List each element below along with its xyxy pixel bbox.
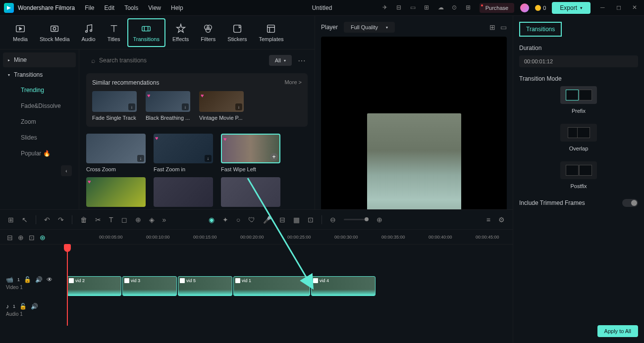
clip-vid3[interactable]: vid 3 [122, 276, 177, 296]
tl-magnet-icon[interactable]: ⊛ [40, 234, 46, 242]
link-icon[interactable]: ⊕ [135, 216, 141, 224]
thumb-cross-zoom[interactable]: ↓Cross Zoom [86, 134, 146, 172]
inspector-tab-transitions[interactable]: Transitions [519, 22, 562, 37]
enhance-icon[interactable]: ✦ [222, 216, 228, 224]
thumb-fast-wipe-left[interactable]: ♥+Fast Wipe Left [221, 134, 280, 172]
playhead[interactable] [67, 245, 68, 326]
screen-icon[interactable]: ▭ [410, 4, 418, 12]
list-icon[interactable]: ≡ [486, 216, 490, 224]
tab-titles[interactable]: Titles [103, 19, 125, 46]
mode-prefix[interactable]: Prefix [519, 86, 638, 114]
grid-view-icon[interactable]: ⊞ [489, 23, 495, 31]
more-menu[interactable]: ⋯ [296, 56, 308, 65]
duration-value[interactable]: 00:00:01:12 [519, 55, 638, 67]
speaker-icon[interactable]: 🔊 [35, 276, 43, 283]
maximize-button[interactable]: ◻ [616, 4, 624, 12]
zoom-out-icon[interactable]: ⊖ [330, 216, 336, 224]
tab-stock-media[interactable]: Stock Media [35, 19, 75, 46]
tl-icon1[interactable]: ⊟ [7, 234, 13, 242]
purchase-button[interactable]: Purchase [480, 3, 514, 13]
thumb-vintage[interactable]: ♥↓Vintage Movie P... [199, 91, 244, 121]
tab-audio[interactable]: Audio [77, 19, 101, 46]
speaker-icon[interactable]: 🔊 [31, 303, 38, 310]
tab-transitions[interactable]: Transitions [127, 18, 165, 47]
clip-vid1[interactable]: vid 1 [233, 276, 310, 296]
clip-vid5[interactable]: vid 5 [178, 276, 232, 296]
quality-dropdown[interactable]: Full Quality▾ [344, 22, 395, 33]
tl-cursor-icon[interactable]: ↖ [22, 216, 28, 224]
tab-stickers[interactable]: Stickers [222, 19, 252, 46]
adjust-icon[interactable]: ⊟ [279, 216, 285, 224]
sidebar-item-trending[interactable]: Trending [3, 82, 76, 98]
mic-icon[interactable]: 🎤 [263, 216, 271, 224]
device-icon[interactable]: ⊟ [396, 4, 404, 12]
text-icon[interactable]: T [109, 216, 113, 224]
tab-effects[interactable]: Effects [167, 19, 194, 46]
menu-help[interactable]: Help [171, 4, 183, 11]
shield-icon[interactable]: 🛡 [248, 216, 255, 224]
mode-overlap[interactable]: Overlap [519, 124, 638, 151]
ai-icon[interactable]: ◉ [209, 216, 215, 224]
record-icon[interactable]: ○ [236, 216, 240, 224]
apply-all-button[interactable]: Apply to All [597, 325, 638, 337]
redo-icon[interactable]: ↷ [58, 216, 64, 224]
group-icon[interactable]: ◈ [149, 216, 155, 224]
clip-vid4[interactable]: vid 4 [311, 276, 376, 296]
send-icon[interactable]: ✈ [382, 4, 390, 12]
save-icon[interactable]: ⊞ [424, 4, 432, 12]
menu-edit[interactable]: Edit [105, 4, 115, 11]
lock-icon[interactable]: 🔓 [19, 303, 27, 310]
timeline-ruler[interactable]: ⊟ ⊕ ⊡ ⊛ 00:00:05:00 00:00:10:00 00:00:15… [0, 230, 513, 245]
thumb-fade-single[interactable]: ↓Fade Single Track [92, 91, 137, 121]
sidebar-item-popular[interactable]: Popular🔥 [3, 146, 76, 161]
export-button[interactable]: Export▾ [552, 2, 590, 14]
avatar[interactable] [520, 3, 529, 12]
zoom-in-icon[interactable]: ⊕ [376, 216, 382, 224]
apps-icon[interactable]: ⊞ [466, 4, 474, 12]
thumb-fast-zoom[interactable]: ♥↓Fast Zoom in [154, 134, 213, 172]
tab-filters[interactable]: Filters [196, 19, 220, 46]
tl-grid-icon[interactable]: ⊞ [8, 216, 14, 224]
mode-postfix[interactable]: Postfix [519, 161, 638, 189]
headset-icon[interactable]: ⊙ [452, 4, 460, 12]
image-view-icon[interactable]: ▭ [500, 23, 507, 31]
crop-icon[interactable]: ◻ [121, 216, 127, 224]
tl-icon2[interactable]: ⊕ [18, 234, 24, 242]
layers-icon[interactable]: ▦ [293, 216, 300, 224]
eye-icon[interactable]: 👁 [47, 276, 53, 283]
delete-icon[interactable]: 🗑 [80, 216, 87, 224]
menu-view[interactable]: View [148, 4, 161, 11]
sidebar-item-fade[interactable]: Fade&Dissolve [3, 98, 76, 114]
sidebar-item-zoom[interactable]: Zoom [3, 114, 76, 130]
lock-icon[interactable]: 🔓 [24, 276, 31, 283]
cut-icon[interactable]: ✂ [95, 216, 101, 224]
credits[interactable]: 0 [535, 5, 546, 11]
search-input[interactable] [99, 57, 260, 64]
more-link[interactable]: More > [284, 79, 302, 86]
cloud-icon[interactable]: ☁ [438, 4, 446, 12]
more-tools-icon[interactable]: » [162, 216, 166, 224]
menu-tools[interactable]: Tools [124, 4, 138, 11]
menu-file[interactable]: File [85, 4, 94, 11]
tab-templates[interactable]: Templates [254, 19, 288, 46]
thumb-black-breathing[interactable]: ♥↓Black Breathing ... [146, 91, 190, 121]
sidebar-item-slides[interactable]: Slides [3, 130, 76, 146]
undo-icon[interactable]: ↶ [44, 216, 50, 224]
trimmed-toggle[interactable] [622, 199, 638, 207]
add-icon[interactable]: + [270, 153, 278, 161]
zoom-slider[interactable] [344, 219, 369, 220]
filter-dropdown[interactable]: All▾ [269, 55, 292, 66]
sidebar-transitions[interactable]: ▾Transitions [3, 67, 76, 82]
thumb-extra-3[interactable] [221, 177, 280, 210]
sidebar-collapse-button[interactable]: ‹ [61, 165, 72, 176]
tl-icon3[interactable]: ⊡ [29, 234, 35, 242]
close-button[interactable]: ✕ [632, 4, 640, 12]
thumb-extra-2[interactable] [154, 177, 213, 210]
fit-icon[interactable]: ⊡ [308, 216, 314, 224]
clip-vid2[interactable]: vid 2 [67, 276, 121, 296]
tab-media[interactable]: Media [8, 19, 33, 46]
settings-icon[interactable]: ⚙ [498, 216, 505, 224]
minimize-button[interactable]: ─ [600, 4, 608, 12]
sidebar-mine[interactable]: ▸Mine [3, 52, 76, 67]
thumb-extra-1[interactable]: ♥ [86, 177, 146, 210]
